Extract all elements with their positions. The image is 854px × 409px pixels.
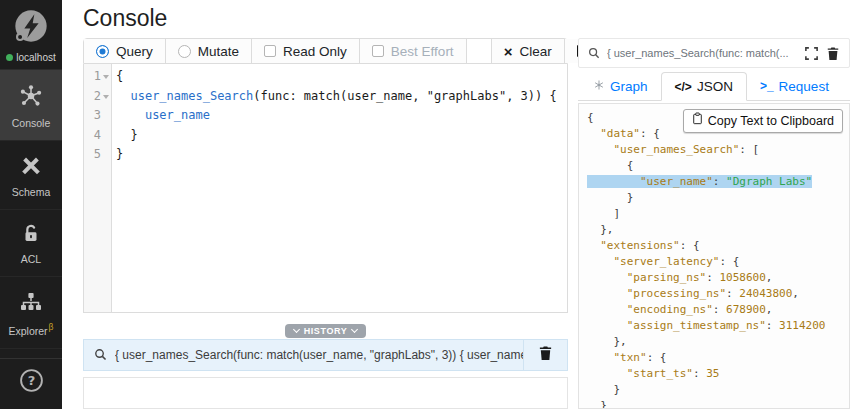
sidebar-spacer bbox=[0, 349, 62, 359]
history-entry[interactable] bbox=[83, 377, 568, 409]
checkbox-icon[interactable] bbox=[264, 45, 276, 57]
radio-selected-icon[interactable] bbox=[96, 45, 109, 58]
json-line: }, bbox=[587, 222, 841, 238]
app-window: localhost Console bbox=[0, 0, 854, 409]
result-tabs: Graph </> JSON >_ Request bbox=[578, 72, 850, 101]
beta-badge: β bbox=[49, 322, 54, 332]
result-query-bar[interactable]: { user_names_Search(func: match(... bbox=[578, 38, 850, 68]
sidebar-item-console[interactable]: Console bbox=[0, 70, 62, 141]
sidebar-item-schema[interactable]: Schema bbox=[0, 141, 62, 210]
delete-history-button[interactable] bbox=[523, 340, 567, 370]
editor-line[interactable]: 1{ bbox=[84, 67, 567, 87]
main-area: Console Query Mutate Read Only bbox=[62, 0, 854, 409]
page-title: Console bbox=[62, 0, 854, 38]
clear-button[interactable]: × Clear bbox=[492, 39, 565, 63]
search-icon bbox=[94, 348, 107, 361]
json-result-viewer[interactable]: Copy Text to Clipboard { "data": { "user… bbox=[578, 103, 850, 409]
json-line: "server_latency": { bbox=[587, 254, 841, 270]
chevron-down-icon bbox=[351, 326, 358, 333]
editor-line[interactable]: 4 } bbox=[84, 126, 567, 146]
json-line: } bbox=[587, 190, 841, 206]
checkbox-icon[interactable] bbox=[372, 45, 384, 57]
network-hub-icon bbox=[18, 83, 44, 111]
best-effort-label: Best Effort bbox=[391, 44, 454, 59]
query-toolbar: Query Mutate Read Only Best Effort bbox=[83, 38, 568, 64]
json-line: } bbox=[587, 398, 841, 409]
editor-line[interactable]: 2 user_names_Search(func: match(user_nam… bbox=[84, 87, 567, 107]
question-circle-icon: ? bbox=[19, 368, 44, 397]
sidebar-item-acl[interactable]: ACL bbox=[0, 210, 62, 277]
tree-icon bbox=[19, 290, 43, 316]
connection-label: localhost bbox=[16, 52, 55, 63]
graph-network-icon bbox=[593, 79, 605, 94]
connection-brand[interactable]: localhost bbox=[0, 0, 62, 70]
copy-button-label: Copy Text to Clipboard bbox=[708, 113, 834, 129]
history-toggle-label: HISTORY bbox=[304, 326, 348, 336]
dgraph-logo-icon bbox=[12, 7, 50, 49]
fold-placeholder bbox=[103, 134, 109, 138]
json-line: "user_names_Search": [ bbox=[587, 142, 841, 158]
mutate-mode-label: Mutate bbox=[198, 44, 239, 59]
result-panel: { user_names_Search(func: match(... Grap… bbox=[578, 38, 854, 409]
fullscreen-button[interactable] bbox=[804, 46, 819, 61]
history-entry[interactable]: { user_names_Search(func: match(user_nam… bbox=[83, 339, 568, 371]
sidebar-item-label: Explorerβ bbox=[9, 322, 54, 337]
tab-json[interactable]: </> JSON bbox=[661, 72, 747, 101]
json-line: "extensions": { bbox=[587, 238, 841, 254]
json-line: "processing_ns": 24043800, bbox=[587, 286, 841, 302]
copy-to-clipboard-button[interactable]: Copy Text to Clipboard bbox=[683, 109, 843, 133]
json-line: "assign_timestamp_ns": 3114200 bbox=[587, 318, 841, 334]
sidebar-item-label: Schema bbox=[12, 186, 51, 198]
read-only-checkbox[interactable]: Read Only bbox=[252, 39, 360, 63]
json-line: ] bbox=[587, 206, 841, 222]
editor-line[interactable]: 3 user_name bbox=[84, 106, 567, 126]
trash-icon bbox=[538, 345, 553, 364]
sidebar-item-label: ACL bbox=[21, 253, 41, 265]
line-number: 4 bbox=[84, 126, 111, 146]
sidebar-item-explorer[interactable]: Explorerβ bbox=[0, 277, 62, 349]
help-button[interactable]: ? bbox=[0, 358, 62, 409]
tab-label: Graph bbox=[610, 79, 648, 94]
crossed-tools-icon bbox=[19, 154, 43, 180]
query-mode-radio[interactable]: Query bbox=[84, 39, 166, 63]
editor-lines: 1{2 user_names_Search(func: match(user_n… bbox=[84, 67, 567, 165]
radio-unselected-icon[interactable] bbox=[178, 45, 191, 58]
clear-x-icon: × bbox=[504, 44, 513, 59]
fold-placeholder bbox=[103, 153, 109, 157]
highlighted-json-value: "user_name": "Dgraph Labs" bbox=[587, 175, 812, 188]
code-brackets-icon: </> bbox=[675, 80, 692, 94]
best-effort-checkbox[interactable]: Best Effort bbox=[360, 39, 467, 63]
terminal-prompt-icon: >_ bbox=[760, 79, 774, 93]
query-mode-label: Query bbox=[116, 44, 153, 59]
clipboard-icon bbox=[692, 112, 703, 129]
connection-status-dot bbox=[6, 54, 13, 61]
fold-arrow-icon[interactable] bbox=[103, 95, 109, 99]
fold-arrow-icon[interactable] bbox=[103, 75, 109, 79]
history-query-text: { user_names_Search(func: match(user_nam… bbox=[115, 348, 523, 362]
read-only-label: Read Only bbox=[283, 44, 347, 59]
json-line: "txn": { bbox=[587, 350, 841, 366]
svg-text:?: ? bbox=[27, 373, 35, 388]
sidebar: localhost Console bbox=[0, 0, 62, 409]
json-line: { bbox=[587, 158, 841, 174]
sidebar-item-label: Console bbox=[12, 117, 51, 129]
tab-request[interactable]: >_ Request bbox=[747, 72, 842, 100]
result-query-text: { user_names_Search(func: match(... bbox=[607, 47, 797, 59]
tab-graph[interactable]: Graph bbox=[580, 72, 661, 100]
json-line: "encoding_ns": 678900, bbox=[587, 302, 841, 318]
history-toggle-button[interactable]: HISTORY bbox=[285, 324, 367, 338]
line-number: 3 bbox=[84, 106, 111, 126]
mutate-mode-radio[interactable]: Mutate bbox=[166, 39, 252, 63]
search-icon bbox=[588, 47, 600, 59]
chevron-down-icon bbox=[293, 326, 300, 333]
json-line: "parsing_ns": 1058600, bbox=[587, 270, 841, 286]
line-number: 2 bbox=[84, 87, 111, 107]
fold-placeholder bbox=[103, 114, 109, 118]
editor-panel: Query Mutate Read Only Best Effort bbox=[83, 38, 568, 409]
code-editor[interactable]: 1{2 user_names_Search(func: match(user_n… bbox=[83, 64, 568, 312]
clear-label: Clear bbox=[519, 44, 551, 59]
json-line: }, bbox=[587, 334, 841, 350]
editor-line[interactable]: 5} bbox=[84, 145, 567, 165]
delete-result-button[interactable] bbox=[826, 46, 840, 61]
json-line: "start_ts": 35 bbox=[587, 366, 841, 382]
